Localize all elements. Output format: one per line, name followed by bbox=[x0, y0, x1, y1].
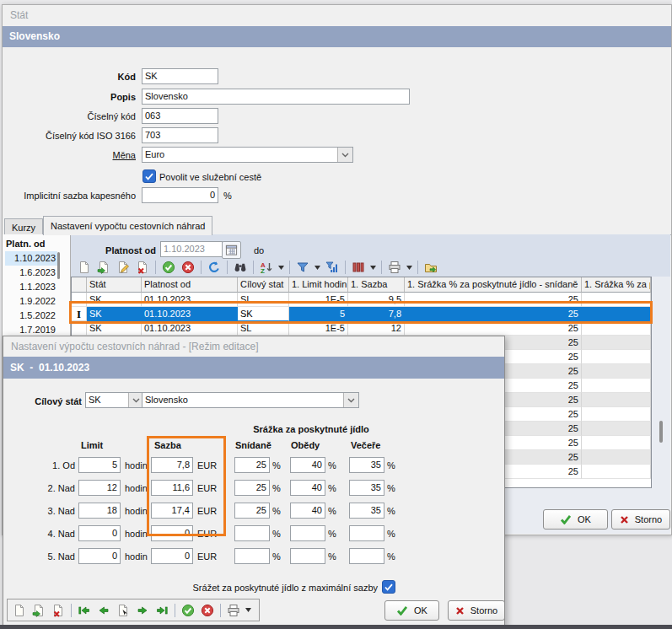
nav-next-button[interactable] bbox=[133, 601, 152, 619]
doc-delete-button[interactable] bbox=[49, 601, 67, 619]
snidane-input[interactable]: 25 bbox=[234, 480, 270, 496]
chevron-down-icon[interactable] bbox=[343, 393, 358, 407]
kapesne-input[interactable]: 0 bbox=[142, 187, 218, 203]
mena-label[interactable]: Měna bbox=[3, 148, 136, 162]
sort-az-button[interactable]: AZ bbox=[257, 259, 276, 277]
srazka-group-header: Srážka za poskytnuté jídlo bbox=[231, 422, 391, 436]
nav-last-button[interactable] bbox=[153, 601, 171, 619]
iso-kod-input[interactable]: 703 bbox=[142, 127, 218, 143]
cancel-button[interactable] bbox=[179, 259, 197, 277]
dropdown-arrow-button[interactable] bbox=[313, 259, 322, 277]
validity-date-item[interactable]: 1.1.2023 bbox=[5, 280, 57, 294]
table-cell: 1E-5 bbox=[289, 293, 348, 307]
export-button[interactable] bbox=[422, 259, 440, 277]
mena-combobox[interactable]: Euro bbox=[142, 147, 353, 163]
dialog-storno-button[interactable]: Storno bbox=[448, 600, 505, 621]
sazba-input[interactable]: 0 bbox=[151, 548, 193, 564]
hodin-label: hodin bbox=[125, 459, 148, 472]
sazba-input[interactable]: 17,4 bbox=[151, 503, 193, 519]
doc-delete-button[interactable] bbox=[133, 259, 152, 277]
platnost-od-input[interactable]: 1.10.2023 bbox=[160, 241, 223, 257]
kod-input[interactable]: SK bbox=[142, 68, 218, 84]
validity-scrollbar-thumb[interactable] bbox=[57, 252, 60, 279]
cilovy-stat-name-combobox[interactable]: Slovensko bbox=[142, 392, 359, 408]
ok-button[interactable]: OK bbox=[543, 509, 608, 530]
obedy-input[interactable]: 40 bbox=[290, 457, 325, 473]
table-row[interactable]: SK01.10.2023SI1E-59,525 bbox=[72, 293, 651, 307]
vecere-input[interactable] bbox=[349, 548, 384, 564]
snidane-input[interactable] bbox=[234, 525, 270, 541]
doc-copy-button[interactable] bbox=[94, 259, 113, 277]
table-cell: 01.10.2023 bbox=[142, 321, 238, 336]
obedy-input[interactable] bbox=[290, 525, 325, 541]
dropdown-arrow-button[interactable] bbox=[405, 259, 414, 277]
table-row[interactable]: ISK01.10.2023SK57,825 bbox=[72, 307, 651, 321]
limit-input[interactable]: 0 bbox=[78, 525, 121, 541]
column-header[interactable]: Cílový stat bbox=[238, 277, 289, 293]
filter-button[interactable] bbox=[293, 259, 312, 277]
srazet-checkbox[interactable] bbox=[382, 580, 395, 594]
sazba-input[interactable]: 11,6 bbox=[151, 480, 193, 496]
calendar-button[interactable] bbox=[222, 241, 241, 259]
column-header[interactable]: 1. Limit hodin bbox=[289, 277, 348, 293]
print-button[interactable] bbox=[224, 601, 243, 619]
limit-input[interactable]: 5 bbox=[78, 457, 121, 473]
filter-graph-button[interactable] bbox=[323, 259, 341, 277]
cilovy-stat-code-combobox[interactable]: SK bbox=[85, 392, 144, 408]
nav-prev-button[interactable] bbox=[94, 601, 113, 619]
tab-kurzy[interactable]: Kurzy bbox=[4, 218, 43, 235]
columns-button[interactable] bbox=[349, 259, 368, 277]
snidane-input[interactable]: 25 bbox=[234, 503, 270, 519]
validity-date-item[interactable]: 1.6.2023 bbox=[5, 266, 57, 280]
vecere-input[interactable] bbox=[349, 525, 384, 541]
sazba-input[interactable]: 7,8 bbox=[151, 457, 193, 473]
search-binoculars-button[interactable] bbox=[231, 259, 250, 277]
nav-first-button[interactable] bbox=[75, 601, 94, 619]
dropdown-arrow-button[interactable] bbox=[244, 601, 253, 619]
dialog-ok-button[interactable]: OK bbox=[384, 600, 439, 621]
vecere-input[interactable]: 35 bbox=[349, 480, 384, 496]
table-row[interactable]: SK01.10.2023SL1E-51225 bbox=[72, 321, 651, 336]
obedy-input[interactable]: 40 bbox=[290, 480, 325, 496]
obedy-input[interactable] bbox=[290, 548, 325, 564]
limit-input[interactable]: 12 bbox=[78, 480, 121, 496]
column-header[interactable]: Platnost od bbox=[142, 277, 238, 293]
tab-nastaveni-nahrad[interactable]: Nastavení vypočtu cestovních náhrad bbox=[43, 216, 212, 235]
column-header[interactable]: 1. Sazba bbox=[348, 277, 405, 293]
sazba-input[interactable]: 0 bbox=[151, 525, 193, 541]
column-header[interactable]: 1. Srážka % za pos bbox=[582, 277, 651, 293]
percent-label: % bbox=[387, 459, 395, 472]
nav-list-button[interactable] bbox=[114, 601, 132, 619]
print-button[interactable] bbox=[385, 259, 404, 277]
vecere-input[interactable]: 35 bbox=[349, 457, 384, 473]
apply-button[interactable] bbox=[179, 601, 197, 619]
validity-date-item[interactable]: 1.9.2022 bbox=[5, 294, 57, 309]
popis-input[interactable]: Slovensko bbox=[142, 89, 410, 105]
storno-button[interactable]: Storno bbox=[611, 509, 670, 530]
column-header[interactable]: 1. Srážka % za poskytnuté jídlo - snídan… bbox=[405, 277, 582, 293]
vecere-input[interactable]: 35 bbox=[349, 503, 384, 519]
doc-copy-icon bbox=[97, 261, 110, 274]
limit-input[interactable]: 18 bbox=[78, 503, 121, 519]
limit-input[interactable]: 0 bbox=[78, 548, 121, 564]
validity-date-item[interactable]: 1.5.2022 bbox=[5, 309, 57, 323]
column-header[interactable] bbox=[72, 277, 87, 293]
refresh-button[interactable] bbox=[205, 259, 223, 277]
snidane-input[interactable] bbox=[234, 548, 270, 564]
ciselny-kod-input[interactable]: 063 bbox=[142, 108, 218, 124]
obedy-input[interactable]: 40 bbox=[290, 503, 325, 519]
chevron-down-icon[interactable] bbox=[337, 148, 352, 162]
doc-copy-button[interactable] bbox=[30, 601, 48, 619]
doc-edit-button[interactable] bbox=[114, 259, 132, 277]
table-scrollbar-thumb[interactable] bbox=[659, 421, 663, 443]
column-header[interactable]: Stát bbox=[87, 277, 142, 293]
doc-new-button[interactable] bbox=[75, 259, 94, 277]
povolit-checkbox[interactable] bbox=[142, 169, 156, 183]
validity-date-item[interactable]: 1.10.2023 bbox=[5, 251, 57, 266]
dropdown-arrow-button[interactable] bbox=[277, 259, 286, 277]
snidane-input[interactable]: 25 bbox=[234, 457, 270, 473]
apply-button[interactable] bbox=[159, 259, 178, 277]
doc-new-button[interactable] bbox=[10, 601, 29, 619]
dropdown-arrow-button[interactable] bbox=[368, 259, 378, 277]
cancel-button[interactable] bbox=[198, 601, 217, 619]
